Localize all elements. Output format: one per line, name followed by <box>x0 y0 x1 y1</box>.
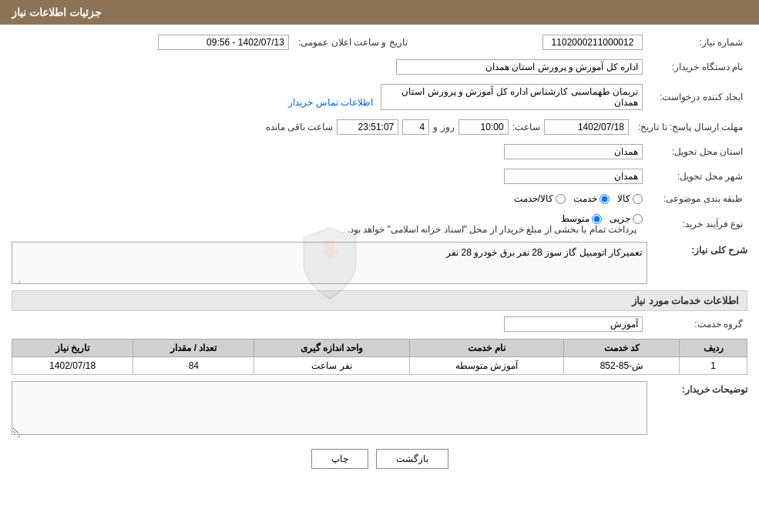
info-table-row2: نام دستگاه خریدار: اداره کل آموزش و پرور… <box>12 57 747 77</box>
creator-box: نریمان طهماسبی کارشناس اداره کل آموزش و … <box>381 84 643 110</box>
radio-kala-khedmat[interactable] <box>556 194 566 204</box>
deadline-remaining-box: 23:51:07 <box>337 119 398 135</box>
purchase-type-note: پرداخت تمام یا بخشی از مبلغ خریدار از مح… <box>348 224 636 235</box>
category-label: طبقه بندی موضوعی: <box>647 191 747 206</box>
deadline-date-box: 1402/07/18 <box>544 119 629 135</box>
deadline-days-box: 4 <box>402 119 429 135</box>
buyer-notes-label: توضیحات خریدار: <box>647 381 747 395</box>
service-group-value: آموزش <box>12 314 647 334</box>
radio-kala-khedmat-label: کالا/خدمت <box>514 193 553 204</box>
need-desc-box: تعمیرکار اتومبیل گاز سوز 28 نفر برق خودر… <box>12 242 647 284</box>
city-box: همدان <box>504 169 643 184</box>
deadline-label: مهلت ارسال پاسخ: تا تاریخ: <box>633 117 747 137</box>
province-value: همدان <box>12 142 647 162</box>
services-table: ردیف کد خدمت نام خدمت واحد اندازه گیری ت… <box>12 339 747 375</box>
announce-date-value: 1402/07/13 - 09:56 <box>12 32 294 52</box>
purchase-type-label: نوع فرآیند خرید: <box>647 211 747 237</box>
radio-khedmat-label: خدمت <box>573 193 597 204</box>
radio-motovaset[interactable] <box>592 214 602 224</box>
creator-value: نریمان طهماسبی کارشناس اداره کل آموزش و … <box>12 82 647 112</box>
city-value: همدان <box>12 166 647 186</box>
city-label: شهر محل تحویل: <box>647 166 747 186</box>
category-radios: کالا خدمت کالا/خدمت <box>12 191 647 206</box>
category-radio-group: کالا خدمت کالا/خدمت <box>16 193 643 204</box>
announce-date-label: تاریخ و ساعت اعلان عمومی: <box>294 32 412 52</box>
deadline-flex: 1402/07/18 ساعت: 10:00 روز و 4 23:51:07 … <box>16 119 629 135</box>
buyer-notes-container: ⌟ <box>12 381 647 437</box>
page-wrapper: جزئیات اطلاعات نیاز شماره نیاز: 11020002… <box>0 0 759 532</box>
need-desc-container: تعمیرکار اتومبیل گاز سوز 28 نفر برق خودر… <box>12 242 647 284</box>
province-label: استان محل تحویل: <box>647 142 747 162</box>
radio-khedmat[interactable] <box>599 194 610 204</box>
service-group-box: آموزش <box>504 316 643 332</box>
back-button[interactable]: بازگشت <box>376 449 448 469</box>
info-table-row5: استان محل تحویل: همدان <box>12 142 747 162</box>
radio-jozi[interactable] <box>633 214 643 224</box>
deadline-day-label: روز و <box>433 122 454 132</box>
print-button[interactable]: چاپ <box>311 449 368 469</box>
col-header-unit: واحد اندازه گیری <box>254 340 409 357</box>
need-number-value: 1102000211000012 <box>428 32 647 52</box>
announce-date-box: 1402/07/13 - 09:56 <box>158 35 289 50</box>
service-group-label: گروه خدمت: <box>647 314 747 334</box>
need-number-label: شماره نیاز: <box>647 32 747 52</box>
need-desc-section: شرح کلی نیاز: تعمیرکار اتومبیل گاز سوز 2… <box>12 242 747 284</box>
services-section-title: اطلاعات خدمات مورد نیاز <box>12 290 747 311</box>
category-radio-khedmat: خدمت <box>573 193 610 204</box>
col-header-qty: تعداد / مقدار <box>133 340 254 357</box>
category-radio-kala: کالا <box>617 193 643 204</box>
purchase-type-radio-motovaset: متوسط <box>561 213 602 224</box>
purchase-type-radio-group: جزیی متوسط <box>16 213 643 224</box>
col-header-date: تاریخ نیاز <box>12 340 133 357</box>
info-table-row6: شهر محل تحویل: همدان <box>12 166 747 186</box>
org-name-box: اداره کل آموزش و پرورش استان همدان <box>396 59 643 75</box>
info-table-row3: ایجاد کننده درخواست: نریمان طهماسبی کارش… <box>12 82 747 112</box>
deadline-time-label: ساعت: <box>512 122 540 132</box>
col-header-code: کد خدمت <box>564 340 680 357</box>
need-number-box: 1102000211000012 <box>542 35 643 50</box>
radio-kala-label: کالا <box>617 193 630 204</box>
col-header-row: ردیف <box>680 340 747 357</box>
purchase-type-radio-jozi: جزیی <box>610 213 643 224</box>
info-table-row4: مهلت ارسال پاسخ: تا تاریخ: 1402/07/18 سا… <box>12 117 747 137</box>
deadline-row: 1402/07/18 ساعت: 10:00 روز و 4 23:51:07 … <box>12 117 633 137</box>
radio-jozi-label: جزیی <box>610 213 630 224</box>
category-radio-kala-khedmat: کالا/خدمت <box>514 193 566 204</box>
content-area: شماره نیاز: 1102000211000012 تاریخ و ساع… <box>0 25 759 488</box>
page-header: جزئیات اطلاعات نیاز <box>0 0 759 25</box>
radio-kala[interactable] <box>633 194 643 204</box>
need-desc-label: شرح کلی نیاز: <box>647 242 747 256</box>
creator-contact-link[interactable]: اطلاعات تماس خریدار <box>288 97 373 108</box>
table-row: 1ش-85-852آموزش متوسطهنفر ساعت841402/07/1… <box>12 357 747 375</box>
info-table-row1: شماره نیاز: 1102000211000012 تاریخ و ساع… <box>12 32 747 52</box>
col-header-name: نام خدمت <box>409 340 564 357</box>
watermark-shield-icon <box>291 225 368 302</box>
resize-handle-icon: ⌟ <box>13 275 21 283</box>
need-desc-text: تعمیرکار اتومبیل گاز سوز 28 نفر برق خودر… <box>17 247 642 258</box>
buyer-notes-textarea[interactable] <box>12 381 647 435</box>
creator-label: ایجاد کننده درخواست: <box>647 82 747 112</box>
button-area: بازگشت چاپ <box>12 449 747 469</box>
province-box: همدان <box>504 144 643 159</box>
info-table-row8: نوع فرآیند خرید: جزیی متوسط پرداخت تمام … <box>12 211 747 237</box>
deadline-remaining-label: ساعت باقی مانده <box>266 122 334 132</box>
services-table-body: 1ش-85-852آموزش متوسطهنفر ساعت841402/07/1… <box>12 357 747 375</box>
radio-motovaset-label: متوسط <box>561 213 589 224</box>
org-name-label: نام دستگاه خریدار: <box>647 57 747 77</box>
deadline-time-box: 10:00 <box>458 119 509 135</box>
info-table-service-group: گروه خدمت: آموزش <box>12 314 747 334</box>
textarea-resize-icon: ⌟ <box>13 428 21 436</box>
org-name-value: اداره کل آموزش و پرورش استان همدان <box>12 57 647 77</box>
info-table-row7: طبقه بندی موضوعی: کالا خدمت <box>12 191 747 206</box>
buyer-notes-section: توضیحات خریدار: ⌟ <box>12 381 747 437</box>
page-title: جزئیات اطلاعات نیاز <box>12 6 102 18</box>
